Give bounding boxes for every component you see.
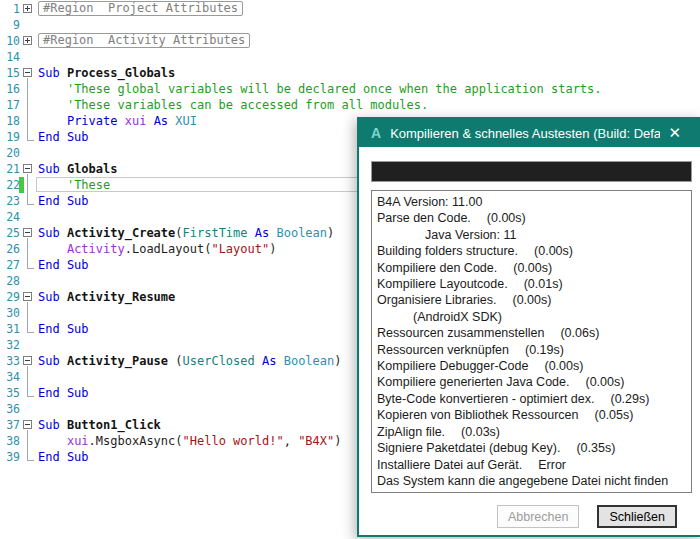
code-text: xui.MsgboxAsync("Hello world!", "B4X") [38,433,341,449]
log-line: Signiere Paketdatei (debug Key).(0.35s) [377,440,691,456]
code-line-1[interactable]: 1#Region Project Attributes [0,1,700,17]
log-line: B4A Version: 11.00 [377,194,691,210]
log-line: Ressourcen zusammenstellen(0.06s) [377,325,691,341]
line-number: 15 [0,65,20,81]
dialog-body: B4A Version: 11.00Parse den Code.(0.00s)… [359,147,700,535]
log-line: Byte-Code konvertieren - optimiert dex.(… [377,391,691,407]
fold-line [27,433,28,449]
fold-line [27,113,28,129]
code-text: Sub Activity_Create(FirstTime As Boolean… [38,225,334,241]
log-line: Kompiliere Layoutcode.(0.01s) [377,276,691,292]
log-line: (AndroidX SDK) [377,309,691,325]
code-line-9[interactable]: 9 [0,17,700,33]
code-text: End Sub [38,449,89,465]
compile-progress-bar [371,161,692,182]
dialog-titlebar[interactable]: A Kompilieren & schnelles Austesten (Bui… [359,119,700,147]
compile-log[interactable]: B4A Version: 11.00Parse den Code.(0.00s)… [371,190,692,493]
fold-line [27,177,28,193]
code-text: 'These [38,177,110,193]
line-number: 32 [0,337,20,353]
line-number: 14 [0,49,20,65]
fold-line-corner [27,332,34,333]
code-text: Sub Activity_Resume [38,289,175,305]
code-line-15[interactable]: 15Sub Process_Globals [0,65,700,81]
region-header[interactable]: #Region Activity Attributes [38,33,250,48]
code-text: 'These variables can be accessed from al… [38,97,428,113]
close-icon[interactable]: ✕ [668,124,681,142]
log-line: Kompiliere Debugger-Code(0.00s) [377,358,691,374]
line-number: 35 [0,385,20,401]
line-number: 1 [0,1,20,17]
log-line: ZipAlign file.(0.03s) [377,424,691,440]
line-number: 34 [0,369,20,385]
line-number: 23 [0,193,20,209]
log-line: Organisiere Libraries.(0.00s) [377,292,691,308]
line-number: 37 [0,417,20,433]
code-line-14[interactable]: 14 [0,49,700,65]
line-number: 18 [0,113,20,129]
dialog-title: Kompilieren & schnelles Austesten (Build… [390,126,660,141]
fold-collapse-icon[interactable] [23,420,32,429]
code-text: End Sub [38,321,89,337]
log-line: Kopieren von Bibliothek Ressourcen(0.05s… [377,407,691,423]
dialog-button-row: Abbrechen Schließen [497,505,677,528]
changed-line-marker [19,177,24,193]
fold-collapse-icon[interactable] [23,68,32,77]
close-button[interactable]: Schließen [597,505,677,528]
fold-line-corner [27,140,34,141]
log-line: Parse den Code.(0.00s) [377,210,691,226]
line-number: 25 [0,225,20,241]
log-line: Ressourcen verknüpfen(0.19s) [377,342,691,358]
code-text: End Sub [38,257,89,273]
line-number: 9 [0,17,20,33]
line-number: 10 [0,33,20,49]
line-number: 29 [0,289,20,305]
line-number: 17 [0,97,20,113]
line-number: 21 [0,161,20,177]
code-text: Sub Globals [38,161,117,177]
code-line-10[interactable]: 10#Region Activity Attributes [0,33,700,49]
log-line: Building folders structure.(0.00s) [377,243,691,259]
fold-collapse-icon[interactable] [23,164,32,173]
line-number: 20 [0,145,20,161]
fold-expand-icon[interactable] [23,4,32,13]
code-line-16[interactable]: 16 'These global variables will be decla… [0,81,700,97]
fold-line [27,81,28,97]
fold-line-corner [27,268,34,269]
line-number: 28 [0,273,20,289]
code-text: Sub Activity_Pause (UserClosed As Boolea… [38,353,342,369]
line-number: 27 [0,257,20,273]
line-number: 38 [0,433,20,449]
code-text: #Region Activity Attributes [38,33,250,49]
compile-dialog: A Kompilieren & schnelles Austesten (Bui… [357,117,700,537]
code-text: Sub Button1_Click [38,417,161,433]
line-number: 36 [0,401,20,417]
region-header[interactable]: #Region Project Attributes [38,1,243,16]
log-line: Kompiliere generierten Java Code.(0.00s) [377,374,691,390]
log-line: Installiere Datei auf Gerät.Error [377,457,691,473]
line-number: 39 [0,449,20,465]
abort-button[interactable]: Abbrechen [497,505,579,528]
fold-collapse-icon[interactable] [23,292,32,301]
fold-expand-icon[interactable] [23,36,32,45]
code-text: 'These global variables will be declared… [38,81,602,97]
line-number: 33 [0,353,20,369]
line-number: 30 [0,305,20,321]
b4a-logo-icon: A [371,125,381,141]
code-text: Sub Process_Globals [38,65,175,81]
code-text: End Sub [38,385,89,401]
line-number: 31 [0,321,20,337]
line-number: 19 [0,129,20,145]
fold-line-corner [27,460,34,461]
fold-line [27,241,28,257]
fold-collapse-icon[interactable] [23,228,32,237]
code-text: End Sub [38,193,89,209]
fold-collapse-icon[interactable] [23,356,32,365]
b4a-ide-screen: { "palette": { "kw": "#0000D6", "sub": "… [0,0,700,539]
fold-line [27,97,28,113]
code-text: Private xui As XUI [38,113,197,129]
code-text: #Region Project Attributes [38,1,243,17]
log-line: Java Version: 11 [377,227,691,243]
fold-line [27,305,28,321]
code-line-17[interactable]: 17 'These variables can be accessed from… [0,97,700,113]
